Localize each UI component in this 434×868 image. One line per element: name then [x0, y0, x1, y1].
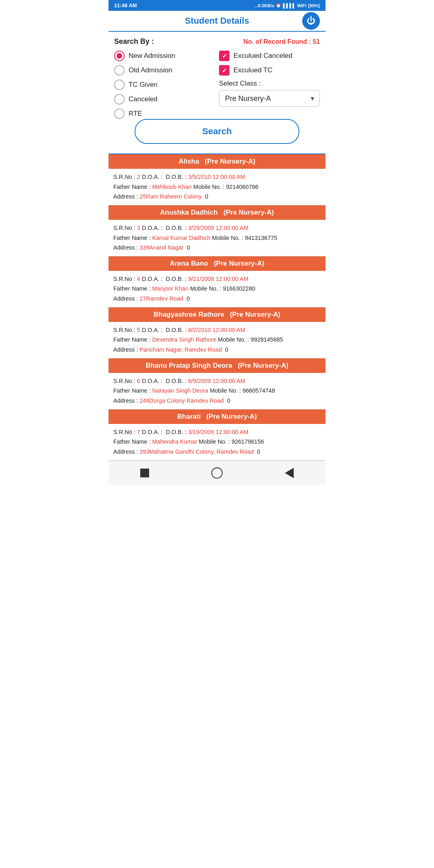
- square-icon: [140, 469, 149, 477]
- class-select[interactable]: Pre Nursery-A Pre Nursery-B Nursery-A Nu…: [219, 90, 320, 107]
- app-header: Student Details ⏻: [108, 11, 326, 32]
- page-title: Student Details: [185, 16, 249, 26]
- search-by-row: Search By : No. of Record Found : 51: [114, 37, 320, 46]
- checkbox-exculued-canceled[interactable]: ✓ Exculued Canceled: [219, 51, 320, 61]
- select-class-label: Select Class :: [219, 80, 320, 88]
- radio-canceled-indicator: [114, 94, 125, 104]
- signal-icon: ▌▌▌▌: [283, 3, 295, 8]
- radio-old-admission-indicator: [114, 65, 125, 76]
- radio-rte[interactable]: RTE: [114, 108, 215, 119]
- home-button[interactable]: [138, 467, 151, 479]
- status-time: 11:48 AM: [114, 2, 137, 8]
- clock-icon: ⏰: [276, 3, 281, 8]
- radio-canceled-label: Canceled: [129, 95, 158, 103]
- checkbox-exculued-tc-indicator: ✓: [219, 65, 229, 76]
- radio-new-admission-label: New Admission: [129, 52, 175, 60]
- student-details: S.R.No : 6 D.O.A. : D.O.B. : 6/9/2009 12…: [108, 373, 326, 409]
- status-bar: 11:48 AM ...0.3KB/s ⏰ ▌▌▌▌ WiFi [90%]: [108, 0, 326, 11]
- wifi-icon: WiFi: [297, 3, 307, 8]
- student-card[interactable]: Bhagyashree Rathore (Pre Nursery-A) S.R.…: [108, 307, 326, 358]
- options-container: New Admission Old Admission TC Given Can…: [114, 51, 320, 119]
- checkbox-exculued-canceled-indicator: ✓: [219, 51, 229, 61]
- class-select-wrapper[interactable]: Pre Nursery-A Pre Nursery-B Nursery-A Nu…: [219, 90, 320, 107]
- radio-tc-given-indicator: [114, 80, 125, 90]
- student-name-header: Bhagyashree Rathore (Pre Nursery-A): [108, 307, 326, 322]
- recents-button[interactable]: [283, 467, 296, 479]
- back-button[interactable]: [211, 467, 223, 479]
- student-name-header: Arena Bano (Pre Nursery-A): [108, 256, 326, 271]
- radio-old-admission[interactable]: Old Admission: [114, 65, 215, 76]
- student-card[interactable]: Bharati (Pre Nursery-A) S.R.No : 7 D.O.A…: [108, 409, 326, 461]
- radio-options: New Admission Old Admission TC Given Can…: [114, 51, 215, 119]
- power-button[interactable]: ⏻: [302, 12, 320, 30]
- student-card[interactable]: Alisha (Pre Nursery-A) S.R.No : 2 D.O.A.…: [108, 154, 326, 205]
- radio-tc-given[interactable]: TC Given: [114, 80, 215, 90]
- student-name-header: Bharati (Pre Nursery-A): [108, 409, 326, 424]
- radio-rte-indicator: [114, 108, 125, 119]
- student-details: S.R.No : 4 D.O.A. : D.O.B. : 9/21/2008 1…: [108, 271, 326, 307]
- right-options: ✓ Exculued Canceled ✓ Exculued TC Select…: [219, 51, 320, 119]
- search-section: Search By : No. of Record Found : 51 New…: [108, 32, 326, 154]
- search-by-label: Search By :: [114, 37, 154, 46]
- student-name-header: Anushka Dadhich (Pre Nursery-A): [108, 205, 326, 220]
- checkbox-exculued-canceled-label: Exculued Canceled: [233, 52, 292, 60]
- bottom-nav: [108, 461, 326, 485]
- back-arrow-icon: [285, 468, 294, 478]
- student-card[interactable]: Arena Bano (Pre Nursery-A) S.R.No : 4 D.…: [108, 256, 326, 307]
- select-class-section: Select Class : Pre Nursery-A Pre Nursery…: [219, 80, 320, 107]
- records-found: No. of Record Found : 51: [244, 38, 320, 45]
- radio-new-admission-indicator: [114, 51, 125, 61]
- battery-icon: [90%]: [308, 3, 320, 8]
- radio-rte-label: RTE: [129, 110, 142, 118]
- student-details: S.R.No : 5 D.O.A. : D.O.B. : 8/2/2010 12…: [108, 322, 326, 358]
- radio-old-admission-label: Old Admission: [129, 66, 172, 74]
- status-right: ...0.3KB/s ⏰ ▌▌▌▌ WiFi [90%]: [254, 3, 320, 8]
- radio-new-admission[interactable]: New Admission: [114, 51, 215, 61]
- radio-canceled[interactable]: Canceled: [114, 94, 215, 104]
- student-details: S.R.No : 7 D.O.A. : D.O.B. : 3/19/2009 1…: [108, 424, 326, 460]
- student-details: S.R.No : 2 D.O.A. : D.O.B. : 3/5/2010 12…: [108, 169, 326, 205]
- search-button[interactable]: Search: [135, 119, 299, 144]
- network-speed: ...0.3KB/s: [254, 3, 274, 8]
- checkbox-exculued-tc-label: Exculued TC: [233, 66, 272, 74]
- student-name-header: Bhanu Pratap Singh Deora (Pre Nursery-A): [108, 358, 326, 373]
- radio-tc-given-label: TC Given: [129, 81, 158, 89]
- students-list: Alisha (Pre Nursery-A) S.R.No : 2 D.O.A.…: [108, 154, 326, 461]
- student-name-header: Alisha (Pre Nursery-A): [108, 154, 326, 169]
- circle-icon: [211, 467, 223, 479]
- student-card[interactable]: Anushka Dadhich (Pre Nursery-A) S.R.No :…: [108, 205, 326, 256]
- student-details: S.R.No : 3 D.O.A. : D.O.B. : 3/29/2009 1…: [108, 220, 326, 256]
- student-card[interactable]: Bhanu Pratap Singh Deora (Pre Nursery-A)…: [108, 358, 326, 409]
- checkbox-exculued-tc[interactable]: ✓ Exculued TC: [219, 65, 320, 76]
